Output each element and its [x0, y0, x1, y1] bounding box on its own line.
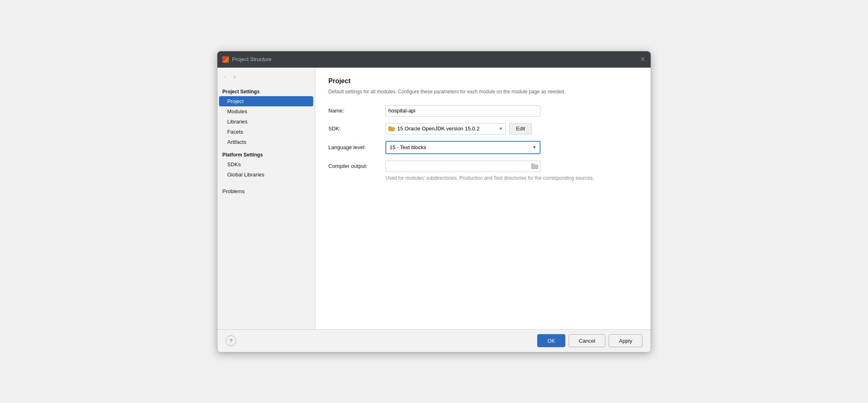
app-icon	[222, 56, 229, 63]
sidebar: ‹ › Project Settings Project Modules Lib…	[217, 68, 315, 329]
dialog-title: Project Structure	[232, 56, 639, 62]
page-title: Project	[328, 77, 638, 85]
compiler-output-label: Compiler output:	[328, 163, 385, 169]
project-settings-section: Project Settings Project Modules Librari…	[217, 86, 315, 147]
sdk-chevron-icon: ▼	[499, 126, 503, 131]
sidebar-item-artifacts[interactable]: Artifacts	[217, 137, 315, 147]
dialog-footer: ? OK Cancel Apply	[217, 329, 651, 352]
compiler-browse-icon[interactable]	[531, 163, 538, 169]
dialog-body: ‹ › Project Settings Project Modules Lib…	[217, 68, 651, 329]
content-area: Project Default settings for all modules…	[315, 68, 651, 329]
platform-settings-header: Platform Settings	[217, 150, 315, 159]
language-level-dropdown[interactable]: 15 - Text blocks ▼	[385, 141, 540, 154]
project-settings-header: Project Settings	[217, 87, 315, 96]
language-level-chevron-icon: ▼	[532, 145, 536, 150]
ok-button[interactable]: OK	[537, 334, 565, 347]
page-description: Default settings for all modules. Config…	[328, 88, 638, 95]
language-level-row: Language level: 15 - Text blocks ▼	[328, 141, 638, 154]
platform-settings-section: Platform Settings SDKs Global Libraries	[217, 149, 315, 180]
language-level-label: Language level:	[328, 144, 385, 150]
sdk-row: SDK: 15 Oracle OpenJDK version 15.0.2 ▼ …	[328, 123, 638, 134]
sdk-dropdown-text: 15 Oracle OpenJDK version 15.0.2	[388, 126, 499, 132]
close-button[interactable]: ✕	[639, 56, 646, 63]
sidebar-item-modules[interactable]: Modules	[217, 106, 315, 117]
project-structure-dialog: Project Structure ✕ ‹ › Project Settings…	[217, 51, 651, 352]
name-row: Name:	[328, 105, 638, 117]
sdk-edit-button[interactable]: Edit	[509, 123, 532, 134]
nav-back-button[interactable]: ‹	[221, 73, 229, 81]
sidebar-item-facets[interactable]: Facets	[217, 127, 315, 137]
language-level-value: 15 - Text blocks	[390, 144, 426, 150]
help-button[interactable]: ?	[226, 335, 236, 346]
title-bar: Project Structure ✕	[217, 51, 651, 68]
sidebar-item-libraries[interactable]: Libraries	[217, 117, 315, 127]
compiler-hint: Used for modules' subdirectories, Produc…	[328, 175, 638, 181]
sidebar-item-problems[interactable]: Problems	[217, 186, 315, 196]
name-label: Name:	[328, 108, 385, 114]
nav-forward-button[interactable]: ›	[230, 73, 239, 81]
sdk-value: 15 Oracle OpenJDK version 15.0.2	[397, 126, 480, 132]
sidebar-item-sdks[interactable]: SDKs	[217, 159, 315, 170]
cancel-button[interactable]: Cancel	[569, 334, 605, 347]
sidebar-item-project[interactable]: Project	[219, 96, 313, 106]
compiler-output-container	[385, 161, 540, 172]
sdk-container: 15 Oracle OpenJDK version 15.0.2 ▼ Edit	[385, 123, 532, 134]
apply-button[interactable]: Apply	[609, 334, 642, 347]
sdk-folder-icon	[388, 126, 395, 131]
sdk-label: SDK:	[328, 126, 385, 132]
compiler-output-input[interactable]	[388, 163, 531, 169]
nav-back-forward: ‹ ›	[217, 71, 315, 82]
name-input[interactable]	[385, 105, 540, 117]
compiler-output-row: Compiler output:	[328, 161, 638, 172]
sidebar-item-global-libraries[interactable]: Global Libraries	[217, 170, 315, 180]
sdk-dropdown[interactable]: 15 Oracle OpenJDK version 15.0.2 ▼	[385, 123, 506, 134]
